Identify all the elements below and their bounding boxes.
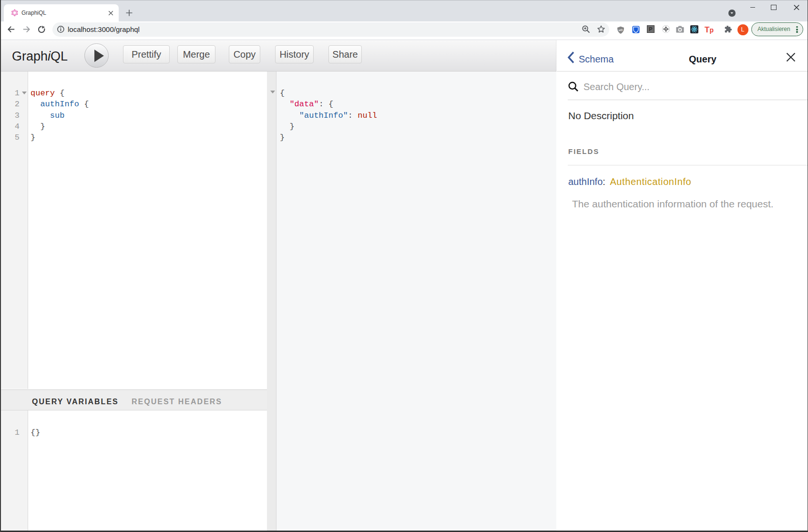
- svg-text:uO: uO: [619, 28, 623, 31]
